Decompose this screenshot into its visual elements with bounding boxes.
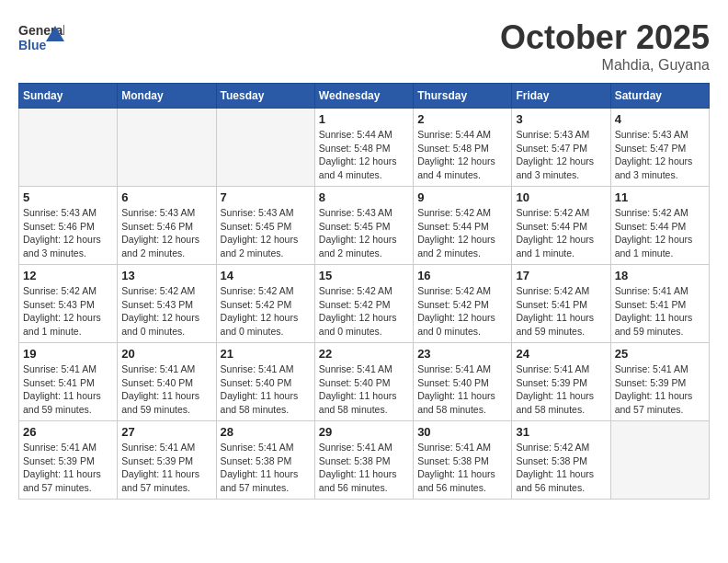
- day-number: 20: [121, 347, 211, 361]
- day-number: 31: [516, 425, 606, 439]
- day-cell-1-0: 5Sunrise: 5:43 AM Sunset: 5:46 PM Daylig…: [19, 187, 118, 265]
- header-friday: Friday: [512, 84, 610, 109]
- day-info: Sunrise: 5:41 AM Sunset: 5:40 PM Dayligh…: [417, 362, 507, 417]
- day-cell-3-6: 25Sunrise: 5:41 AM Sunset: 5:39 PM Dayli…: [610, 343, 709, 421]
- day-info: Sunrise: 5:41 AM Sunset: 5:40 PM Dayligh…: [221, 362, 311, 417]
- week-row-1: 1Sunrise: 5:44 AM Sunset: 5:48 PM Daylig…: [19, 109, 710, 187]
- page-header: General Blue October 2025 Mahdia, Guyana: [18, 18, 710, 74]
- day-info: Sunrise: 5:42 AM Sunset: 5:43 PM Dayligh…: [121, 284, 211, 339]
- day-info: Sunrise: 5:43 AM Sunset: 5:46 PM Dayligh…: [23, 206, 113, 260]
- day-cell-2-2: 14Sunrise: 5:42 AM Sunset: 5:42 PM Dayli…: [216, 265, 314, 343]
- day-info: Sunrise: 5:41 AM Sunset: 5:39 PM Dayligh…: [615, 362, 705, 417]
- header-monday: Monday: [118, 84, 216, 109]
- day-number: 25: [615, 347, 705, 361]
- day-cell-2-6: 18Sunrise: 5:41 AM Sunset: 5:41 PM Dayli…: [610, 265, 709, 343]
- day-number: 1: [319, 112, 409, 126]
- header-sunday: Sunday: [19, 84, 118, 109]
- day-info: Sunrise: 5:43 AM Sunset: 5:47 PM Dayligh…: [615, 128, 705, 182]
- day-info: Sunrise: 5:42 AM Sunset: 5:44 PM Dayligh…: [615, 206, 705, 260]
- day-cell-0-3: 1Sunrise: 5:44 AM Sunset: 5:48 PM Daylig…: [314, 109, 413, 187]
- day-number: 5: [23, 190, 113, 204]
- day-info: Sunrise: 5:42 AM Sunset: 5:42 PM Dayligh…: [221, 284, 311, 339]
- week-row-2: 5Sunrise: 5:43 AM Sunset: 5:46 PM Daylig…: [19, 187, 710, 265]
- day-number: 3: [516, 112, 606, 126]
- day-number: 24: [516, 347, 606, 361]
- day-cell-4-2: 28Sunrise: 5:41 AM Sunset: 5:38 PM Dayli…: [216, 421, 314, 500]
- day-number: 8: [319, 190, 409, 204]
- day-number: 11: [615, 190, 705, 204]
- day-number: 27: [121, 425, 211, 439]
- day-info: Sunrise: 5:41 AM Sunset: 5:41 PM Dayligh…: [23, 362, 113, 417]
- day-number: 29: [319, 425, 409, 439]
- location: Mahdia, Guyana: [500, 57, 710, 74]
- day-number: 6: [121, 190, 211, 204]
- day-number: 14: [221, 269, 311, 282]
- day-info: Sunrise: 5:41 AM Sunset: 5:39 PM Dayligh…: [516, 362, 606, 417]
- day-cell-2-3: 15Sunrise: 5:42 AM Sunset: 5:42 PM Dayli…: [314, 265, 413, 343]
- calendar-header-row: Sunday Monday Tuesday Wednesday Thursday…: [19, 84, 710, 109]
- day-cell-1-2: 7Sunrise: 5:43 AM Sunset: 5:45 PM Daylig…: [216, 187, 314, 265]
- day-cell-4-5: 31Sunrise: 5:42 AM Sunset: 5:38 PM Dayli…: [512, 421, 610, 500]
- day-cell-2-5: 17Sunrise: 5:42 AM Sunset: 5:41 PM Dayli…: [512, 265, 610, 343]
- day-cell-3-4: 23Sunrise: 5:41 AM Sunset: 5:40 PM Dayli…: [414, 343, 512, 421]
- week-row-3: 12Sunrise: 5:42 AM Sunset: 5:43 PM Dayli…: [19, 265, 710, 343]
- svg-text:Blue: Blue: [18, 38, 47, 52]
- day-number: 2: [417, 112, 507, 126]
- header-tuesday: Tuesday: [216, 84, 314, 109]
- day-number: 18: [615, 269, 705, 282]
- day-cell-4-6: [610, 421, 709, 500]
- day-info: Sunrise: 5:41 AM Sunset: 5:40 PM Dayligh…: [319, 362, 409, 417]
- day-cell-0-1: [118, 109, 216, 187]
- day-cell-0-4: 2Sunrise: 5:44 AM Sunset: 5:48 PM Daylig…: [414, 109, 512, 187]
- header-thursday: Thursday: [414, 84, 512, 109]
- day-number: 17: [516, 269, 606, 282]
- day-info: Sunrise: 5:43 AM Sunset: 5:45 PM Dayligh…: [221, 206, 311, 260]
- day-info: Sunrise: 5:44 AM Sunset: 5:48 PM Dayligh…: [417, 128, 507, 182]
- day-cell-3-5: 24Sunrise: 5:41 AM Sunset: 5:39 PM Dayli…: [512, 343, 610, 421]
- day-cell-3-3: 22Sunrise: 5:41 AM Sunset: 5:40 PM Dayli…: [314, 343, 413, 421]
- day-number: 21: [221, 347, 311, 361]
- day-info: Sunrise: 5:43 AM Sunset: 5:47 PM Dayligh…: [516, 128, 606, 182]
- day-info: Sunrise: 5:41 AM Sunset: 5:38 PM Dayligh…: [319, 441, 409, 495]
- day-cell-4-1: 27Sunrise: 5:41 AM Sunset: 5:39 PM Dayli…: [118, 421, 216, 500]
- day-cell-4-3: 29Sunrise: 5:41 AM Sunset: 5:38 PM Dayli…: [314, 421, 413, 500]
- day-number: 28: [221, 425, 311, 439]
- day-info: Sunrise: 5:41 AM Sunset: 5:39 PM Dayligh…: [23, 441, 113, 495]
- day-cell-1-1: 6Sunrise: 5:43 AM Sunset: 5:46 PM Daylig…: [118, 187, 216, 265]
- day-info: Sunrise: 5:42 AM Sunset: 5:38 PM Dayligh…: [516, 441, 606, 495]
- day-cell-1-5: 10Sunrise: 5:42 AM Sunset: 5:44 PM Dayli…: [512, 187, 610, 265]
- day-cell-2-0: 12Sunrise: 5:42 AM Sunset: 5:43 PM Dayli…: [19, 265, 118, 343]
- day-number: 12: [23, 269, 113, 282]
- day-cell-1-4: 9Sunrise: 5:42 AM Sunset: 5:44 PM Daylig…: [414, 187, 512, 265]
- week-row-4: 19Sunrise: 5:41 AM Sunset: 5:41 PM Dayli…: [19, 343, 710, 421]
- day-cell-3-1: 20Sunrise: 5:41 AM Sunset: 5:40 PM Dayli…: [118, 343, 216, 421]
- day-number: 16: [417, 269, 507, 282]
- day-info: Sunrise: 5:41 AM Sunset: 5:38 PM Dayligh…: [221, 441, 311, 495]
- day-cell-4-0: 26Sunrise: 5:41 AM Sunset: 5:39 PM Dayli…: [19, 421, 118, 500]
- logo: General Blue: [18, 18, 64, 60]
- logo-icon: General Blue: [18, 18, 64, 60]
- day-number: 26: [23, 425, 113, 439]
- day-info: Sunrise: 5:42 AM Sunset: 5:42 PM Dayligh…: [417, 284, 507, 339]
- header-saturday: Saturday: [610, 84, 709, 109]
- day-info: Sunrise: 5:41 AM Sunset: 5:38 PM Dayligh…: [417, 441, 507, 495]
- day-number: 30: [417, 425, 507, 439]
- day-number: 15: [319, 269, 409, 282]
- day-cell-0-5: 3Sunrise: 5:43 AM Sunset: 5:47 PM Daylig…: [512, 109, 610, 187]
- day-info: Sunrise: 5:43 AM Sunset: 5:46 PM Dayligh…: [121, 206, 211, 260]
- day-number: 19: [23, 347, 113, 361]
- day-number: 9: [417, 190, 507, 204]
- day-number: 13: [121, 269, 211, 282]
- day-number: 22: [319, 347, 409, 361]
- day-info: Sunrise: 5:43 AM Sunset: 5:45 PM Dayligh…: [319, 206, 409, 260]
- day-number: 23: [417, 347, 507, 361]
- day-cell-2-4: 16Sunrise: 5:42 AM Sunset: 5:42 PM Dayli…: [414, 265, 512, 343]
- day-cell-0-2: [216, 109, 314, 187]
- calendar-table: Sunday Monday Tuesday Wednesday Thursday…: [18, 83, 710, 500]
- day-cell-0-0: [19, 109, 118, 187]
- day-info: Sunrise: 5:42 AM Sunset: 5:44 PM Dayligh…: [516, 206, 606, 260]
- day-number: 10: [516, 190, 606, 204]
- day-cell-2-1: 13Sunrise: 5:42 AM Sunset: 5:43 PM Dayli…: [118, 265, 216, 343]
- day-info: Sunrise: 5:44 AM Sunset: 5:48 PM Dayligh…: [319, 128, 409, 182]
- day-info: Sunrise: 5:42 AM Sunset: 5:43 PM Dayligh…: [23, 284, 113, 339]
